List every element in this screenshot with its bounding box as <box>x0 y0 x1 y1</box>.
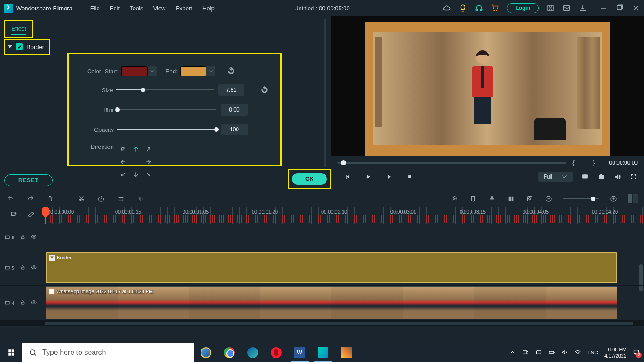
direction-up-right[interactable] <box>143 143 154 155</box>
tray-volume-icon[interactable] <box>561 349 568 357</box>
blur-value[interactable]: 0.00 <box>221 104 248 116</box>
menu-tools[interactable]: Tools <box>130 5 143 12</box>
tray-wifi-icon[interactable] <box>574 349 581 357</box>
maximize-icon[interactable] <box>615 4 624 13</box>
snapshot-icon[interactable] <box>597 173 605 181</box>
taskbar-word[interactable]: W <box>288 343 311 362</box>
fullscreen-icon[interactable] <box>630 173 638 181</box>
panel-scrollbar[interactable] <box>324 19 326 167</box>
taskbar-chrome[interactable] <box>218 343 241 362</box>
taskbar-paint[interactable] <box>335 343 358 362</box>
render-icon[interactable] <box>450 194 459 203</box>
ok-button[interactable]: OK <box>292 173 327 185</box>
color-end-dropdown[interactable] <box>206 66 215 76</box>
cut-icon[interactable] <box>77 194 86 203</box>
menu-help[interactable]: Help <box>202 5 215 12</box>
taskbar-ie[interactable] <box>194 343 218 362</box>
play-button[interactable] <box>364 173 372 181</box>
track-lock-icon[interactable] <box>20 264 26 271</box>
tray-battery-icon[interactable] <box>548 349 555 357</box>
taskbar-filmora[interactable] <box>311 343 335 362</box>
border-effect-clip[interactable]: Border <box>46 252 617 283</box>
tray-notifications-icon[interactable] <box>633 349 640 357</box>
speed-icon[interactable] <box>97 194 106 203</box>
marker-shield-icon[interactable] <box>469 194 478 203</box>
login-button[interactable]: Login <box>507 3 539 13</box>
cart-icon[interactable] <box>491 4 500 13</box>
video-clip[interactable]: WhatsApp Image 2022-04-17 at 1.08.28 PM <box>46 286 617 319</box>
menu-view[interactable]: View <box>153 5 165 12</box>
color-reset-icon[interactable] <box>226 66 236 76</box>
timeline-h-scrollbar[interactable] <box>0 320 644 326</box>
menu-export[interactable]: Export <box>175 5 192 12</box>
download-icon[interactable] <box>578 4 587 13</box>
headphones-icon[interactable] <box>474 4 483 13</box>
preview-progress[interactable] <box>337 162 566 164</box>
prev-frame-button[interactable] <box>344 173 352 181</box>
add-track-icon[interactable] <box>10 211 18 220</box>
color-end-swatch[interactable] <box>180 66 206 76</box>
tray-chevron-up-icon[interactable] <box>509 349 516 357</box>
opacity-value[interactable]: 100 <box>221 124 248 135</box>
play-forward-button[interactable] <box>385 173 393 181</box>
direction-down[interactable] <box>130 169 142 180</box>
start-button[interactable] <box>0 343 22 362</box>
color-start-swatch[interactable] <box>121 66 148 76</box>
volume-icon[interactable] <box>613 173 622 181</box>
delete-icon[interactable] <box>46 194 55 203</box>
color-start-dropdown[interactable] <box>148 66 157 76</box>
opacity-slider[interactable] <box>117 126 216 133</box>
timeline-ruler[interactable]: 00:00:00:00 00:00:00:15 00:00:01:05 00:0… <box>45 207 644 224</box>
mail-icon[interactable] <box>562 4 571 13</box>
reset-button[interactable]: RESET <box>4 174 53 186</box>
undo-icon[interactable] <box>6 194 15 203</box>
track-visibility-icon[interactable] <box>31 299 37 306</box>
size-reset-icon[interactable] <box>259 85 269 95</box>
direction-right[interactable] <box>143 156 154 168</box>
mark-brackets[interactable]: { } <box>572 159 603 166</box>
timeline-view-toggle[interactable] <box>628 194 638 203</box>
border-section-header[interactable]: Border <box>4 39 50 55</box>
display-icon[interactable] <box>581 173 589 181</box>
stop-button[interactable] <box>406 173 414 181</box>
lightbulb-icon[interactable] <box>458 4 467 13</box>
track-visibility-icon[interactable] <box>31 264 37 271</box>
direction-up-left[interactable] <box>117 143 129 155</box>
voiceover-icon[interactable] <box>487 194 496 203</box>
tab-effect[interactable]: Effect <box>4 20 33 38</box>
adjust-icon[interactable] <box>116 194 125 203</box>
link-icon[interactable] <box>27 211 35 220</box>
size-value[interactable]: 7.81 <box>218 84 245 96</box>
direction-down-left[interactable] <box>117 169 129 180</box>
audio-mixer-icon[interactable] <box>506 194 515 203</box>
track-visibility-icon[interactable] <box>31 234 37 241</box>
track-lock-icon[interactable] <box>20 299 26 306</box>
blur-slider[interactable] <box>117 106 216 113</box>
menu-edit[interactable]: Edit <box>110 5 120 12</box>
close-icon[interactable] <box>631 4 640 13</box>
preview-quality-dropdown[interactable]: Full <box>538 172 573 182</box>
size-slider[interactable] <box>116 86 213 94</box>
zoom-out-icon[interactable] <box>544 194 553 203</box>
zoom-slider[interactable] <box>563 198 599 199</box>
keyframe-box-icon[interactable] <box>525 194 534 203</box>
taskbar-search[interactable]: Type here to search <box>22 343 194 362</box>
minimize-icon[interactable] <box>599 4 608 13</box>
cloud-icon[interactable] <box>442 4 451 13</box>
tray-language[interactable]: ENG <box>587 350 598 355</box>
taskbar-opera[interactable] <box>264 343 288 362</box>
tray-lang-icon[interactable] <box>535 349 542 357</box>
border-checkbox[interactable] <box>16 43 23 50</box>
audio-wave-icon[interactable] <box>136 194 145 203</box>
tray-meet-icon[interactable] <box>522 349 529 357</box>
direction-up[interactable] <box>130 143 142 155</box>
track-lock-icon[interactable] <box>20 234 26 241</box>
tray-clock[interactable]: 8:00 PM 4/17/2022 <box>604 346 626 359</box>
direction-down-right[interactable] <box>143 169 154 180</box>
direction-left[interactable] <box>117 156 129 168</box>
taskbar-edge[interactable] <box>241 343 264 362</box>
collapse-icon[interactable] <box>8 45 12 48</box>
menu-file[interactable]: File <box>90 5 100 12</box>
save-icon[interactable] <box>546 4 555 13</box>
redo-icon[interactable] <box>26 194 35 203</box>
